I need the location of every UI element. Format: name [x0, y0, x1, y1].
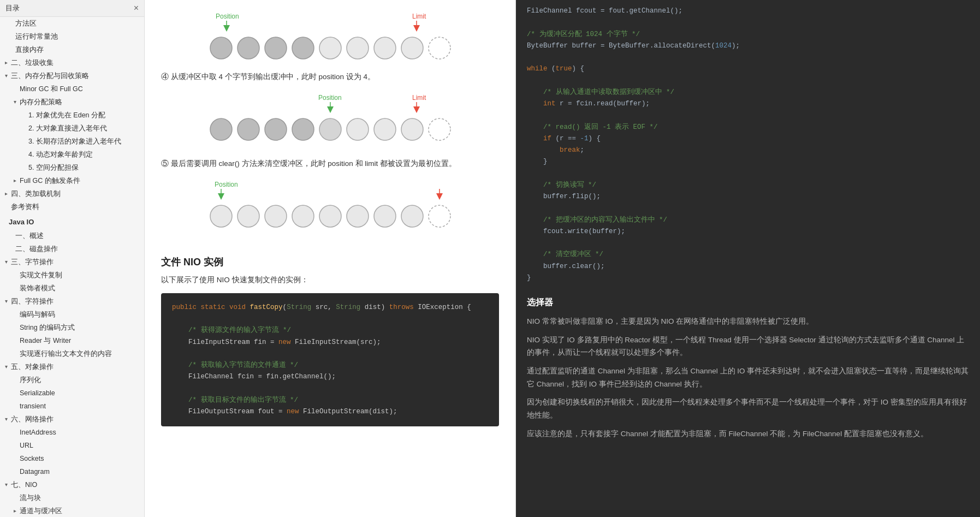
xian-wen-jian-label: 实现文件复制: [19, 270, 62, 281]
sidebar-item-liu-wang-luo[interactable]: ▾六、网络操作: [0, 413, 144, 426]
sidebar-item-xu-lie-hua[interactable]: 序列化: [0, 373, 144, 387]
ci-pan-label: 二、磁盘操作: [14, 243, 58, 254]
svg-point-38: [429, 205, 450, 227]
svg-point-35: [347, 205, 369, 227]
sidebar: 目录 × 方法区运行时常量池直接内存▸二、垃圾收集▾三、内存分配与回收策略Min…: [0, 0, 145, 517]
svg-point-32: [265, 205, 287, 227]
sidebar-item-bian-ma[interactable]: 编码与解码: [0, 308, 144, 321]
zi-jie-cao-zuo-expand-icon[interactable]: ▾: [2, 258, 10, 266]
string-bianma-label: String 的编码方式: [19, 322, 75, 333]
full-gc-trigger-expand-icon[interactable]: ▸: [11, 176, 19, 185]
selector-p4: 因为创建和切换线程的开销很大，因此使用一个线程来处理多个事件而不是一个线程处理一…: [527, 396, 969, 421]
tong-dao-expand-icon[interactable]: ▸: [11, 507, 19, 515]
svg-point-37: [401, 205, 423, 227]
sidebar-item-url[interactable]: URL: [0, 439, 144, 452]
sidebar-item-fen-pei-5[interactable]: 5. 空间分配担保: [0, 161, 144, 174]
sidebar-item-si-lei-jia-zai[interactable]: ▸四、类加载机制: [0, 187, 144, 200]
diagram2-caption: ⑤ 最后需要调用 clear() 方法来清空缓冲区，此时 position 和 …: [161, 158, 499, 170]
sidebar-title: 目录: [5, 3, 20, 13]
sidebar-item-tong-dao[interactable]: ▸通道与缓冲区: [0, 504, 144, 517]
sidebar-item-fa-qu[interactable]: 方法区: [0, 17, 144, 30]
sidebar-item-datagram[interactable]: Datagram: [0, 465, 144, 478]
sidebar-item-fen-pei-2[interactable]: 2. 大对象直接进入老年代: [0, 122, 144, 135]
qi-nio-expand-icon[interactable]: ▾: [2, 480, 10, 489]
sidebar-item-reader-writer[interactable]: Reader 与 Writer: [0, 334, 144, 347]
svg-text:Limit: Limit: [412, 94, 426, 102]
sidebar-item-la-ji[interactable]: ▸二、垃圾收集: [0, 56, 144, 69]
sidebar-item-wu-dui-xiang[interactable]: ▾五、对象操作: [0, 360, 144, 373]
sidebar-item-can-kao[interactable]: 参考资料: [0, 200, 144, 213]
inetaddress-label: InetAddress: [19, 427, 56, 438]
sidebar-item-inetaddress[interactable]: InetAddress: [0, 426, 144, 439]
svg-point-12: [429, 37, 450, 59]
xu-lie-hua-label: 序列化: [19, 375, 41, 385]
si-lei-jia-zai-label: 四、类加载机制: [10, 188, 61, 199]
svg-point-17: [210, 118, 232, 140]
sidebar-item-fen-pei-1[interactable]: 1. 对象优先在 Eden 分配: [0, 109, 144, 122]
nei-cun-fen-pei-sub-expand-icon[interactable]: ▾: [11, 98, 19, 106]
sidebar-item-ci-pan[interactable]: 二、磁盘操作: [0, 242, 144, 255]
sidebar-item-string-bianma[interactable]: String 的编码方式: [0, 321, 144, 334]
nei-cun-fen-pei-label: 三、内存分配与回收策略: [10, 70, 89, 81]
svg-point-5: [237, 37, 259, 59]
sidebar-item-minor-full-gc[interactable]: Minor GC 和 Full GC: [0, 82, 144, 96]
sidebar-item-java-io[interactable]: Java IO: [0, 213, 144, 229]
fen-pei-1-label: 1. 对象优先在 Eden 分配: [27, 110, 105, 121]
sidebar-item-nei-cun-fen-pei-sub[interactable]: ▾内存分配策略: [0, 96, 144, 109]
minor-full-gc-label: Minor GC 和 Full GC: [19, 84, 83, 94]
sidebar-item-shixian-wenben[interactable]: 实现逐行输出文本文件的内容: [0, 347, 144, 360]
svg-text:Position: Position: [215, 181, 238, 188]
svg-point-24: [401, 118, 423, 140]
sidebar-tree: 方法区运行时常量池直接内存▸二、垃圾收集▾三、内存分配与回收策略Minor GC…: [0, 17, 144, 517]
sidebar-item-nei-cun-fen-pei[interactable]: ▾三、内存分配与回收策略: [0, 69, 144, 82]
qi-nio-label: 七、NIO: [10, 479, 37, 490]
svg-point-19: [265, 118, 287, 140]
datagram-label: Datagram: [19, 466, 50, 477]
can-kao-label: 参考资料: [10, 201, 39, 212]
sidebar-item-qi-nio[interactable]: ▾七、NIO: [0, 478, 144, 491]
nei-cun-fen-pei-expand-icon[interactable]: ▾: [2, 72, 10, 80]
sidebar-item-fen-pei-4[interactable]: 4. 动态对象年龄判定: [0, 148, 144, 161]
zi-jie-cao-zuo-label: 三、字节操作: [10, 257, 54, 268]
svg-text:Position: Position: [216, 13, 239, 20]
selector-p1: NIO 常常被叫做非阻塞 IO，主要是因为 NIO 在网络通信中的非阻塞特性被广…: [527, 315, 969, 328]
svg-point-34: [319, 205, 341, 227]
sidebar-item-xian-wen-jian[interactable]: 实现文件复制: [0, 269, 144, 282]
liu-wang-luo-expand-icon[interactable]: ▾: [2, 415, 10, 424]
la-ji-label: 二、垃圾收集: [10, 57, 54, 68]
svg-point-23: [374, 118, 396, 140]
diagram3-container: Limit Position: [161, 179, 499, 245]
sidebar-item-zhi-jie[interactable]: 直接内存: [0, 43, 144, 56]
sidebar-item-zi-jie-cao-zuo[interactable]: ▾三、字节操作: [0, 255, 144, 269]
zhi-jie-label: 直接内存: [14, 44, 44, 55]
sidebar-item-transient[interactable]: transient: [0, 400, 144, 413]
wu-dui-xiang-expand-icon[interactable]: ▾: [2, 363, 10, 371]
sidebar-item-gai-shu[interactable]: 一、概述: [0, 229, 144, 242]
svg-point-18: [237, 118, 259, 140]
sidebar-item-sockets[interactable]: Sockets: [0, 452, 144, 465]
bian-ma-label: 编码与解码: [19, 309, 55, 320]
section-title: 文件 NIO 实例: [161, 255, 499, 269]
selector-p2: NIO 实现了 IO 多路复用中的 Reactor 模型，一个线程 Thread…: [527, 334, 969, 359]
fen-pei-5-label: 5. 空间分配担保: [27, 162, 79, 173]
sockets-label: Sockets: [19, 453, 44, 464]
transient-label: transient: [19, 401, 46, 412]
sidebar-item-zi-fu-cao-zuo[interactable]: ▾四、字符操作: [0, 295, 144, 308]
content-panel: Limit Position: [145, 0, 516, 517]
si-lei-jia-zai-expand-icon[interactable]: ▸: [2, 189, 10, 198]
diagram1-container: Limit Position: [161, 11, 499, 71]
zi-fu-cao-zuo-expand-icon[interactable]: ▾: [2, 297, 10, 306]
sidebar-item-yun-xing[interactable]: 运行时常量池: [0, 30, 144, 43]
full-gc-trigger-label: Full GC 的触发条件: [19, 175, 80, 186]
sidebar-item-fen-pei-3[interactable]: 3. 长期存活的对象进入老年代: [0, 135, 144, 148]
sidebar-item-full-gc-trigger[interactable]: ▸Full GC 的触发条件: [0, 174, 144, 187]
close-icon[interactable]: ×: [134, 3, 139, 13]
sidebar-header: 目录 ×: [0, 0, 144, 17]
svg-point-6: [265, 37, 287, 59]
svg-text:Position: Position: [318, 94, 342, 102]
sidebar-item-zhuang-shi-mo-shi[interactable]: 装饰者模式: [0, 282, 144, 295]
la-ji-expand-icon[interactable]: ▸: [2, 58, 10, 67]
sidebar-item-serializable[interactable]: Serializable: [0, 387, 144, 400]
sidebar-item-liu-yu-kuai[interactable]: 流与块: [0, 491, 144, 504]
svg-point-33: [292, 205, 314, 227]
